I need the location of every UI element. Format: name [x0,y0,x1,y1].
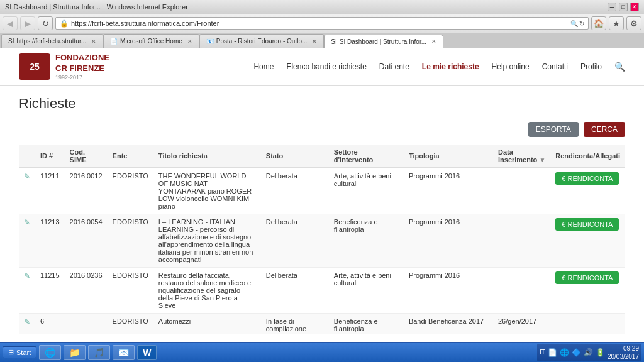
table-body: ✎112112016.0012EDORISTOTHE WONDERFUL WOR… [19,168,625,334]
logo-name: FONDAZIONE [55,53,109,63]
edit-icon[interactable]: ✎ [24,317,30,326]
edit-cell: ✎ [19,168,35,214]
rendiconta-cell: € RENDICONTA [550,214,625,267]
tab3-close[interactable]: ✕ [312,38,317,45]
title-bar-controls: ─ □ ✕ [608,3,639,11]
nav-home[interactable]: Home [253,62,274,71]
titolo-cell: Automezzi [153,313,261,334]
ente-cell: EDORISTO [108,168,153,214]
tab1-label: https://fcrfi-beta.struttur... [16,38,86,45]
cod-sime-cell: 2016.0236 [65,267,108,313]
tab-2[interactable]: 📄 Microsoft Office Home ✕ [103,34,199,48]
cod-sime-cell: 2016.0012 [65,168,108,214]
export-button[interactable]: ESPORTA [528,122,579,137]
refresh-button[interactable]: ↻ [38,16,53,30]
tab-3[interactable]: 📧 Posta - Ristori Edoardo - Outlo... ✕ [199,34,325,48]
tab1-favicon: SI [8,38,14,45]
tab2-favicon: 📄 [110,38,118,45]
col-stato: Stato [261,145,329,168]
titolo-cell: I – LEARNING - ITALIAN LEARNING - percor… [153,214,261,267]
table-header: ID # Cod.SIME Ente Titolo richiesta Stat… [19,145,625,168]
nav-help[interactable]: Help online [492,62,530,71]
titolo-cell: Restauro della facciata, restauro del sa… [153,267,261,313]
tab2-label: Microsoft Office Home [120,38,182,45]
data-inserimento-cell: 26/gen/2017 [493,313,550,334]
back-button[interactable]: ◀ [3,16,18,30]
settore-cell: Arte, attività e beni culturali [329,168,404,214]
data-inserimento-cell [493,214,550,267]
tools-button[interactable]: ⚙ [626,16,641,30]
nav-bandi[interactable]: Elenco bandi e richieste [286,62,366,71]
rendiconta-cell: € RENDICONTA [550,267,625,313]
edit-cell: ✎ [19,267,35,313]
site-header: 25 FONDAZIONE CR FIRENZE 1992-2017 Home … [0,48,644,86]
minimize-button[interactable]: ─ [608,3,616,11]
search-addr-icon[interactable]: 🔍 [570,20,578,27]
tipologia-cell: Programmi 2016 [404,267,493,313]
stato-cell: Deliberata [261,267,329,313]
ente-cell: EDORISTO [108,214,153,267]
nav-mie-richieste[interactable]: Le mie richieste [422,62,479,71]
cod-sime-cell: 2016.0054 [65,214,108,267]
browser-window: SI Dashboard | Struttura Infor... - Wind… [0,0,644,48]
ente-cell: EDORISTO [108,313,153,334]
page-main: Richieste ESPORTA CERCA ID # Cod.SIME En… [0,86,644,334]
rendiconta-button[interactable]: € RENDICONTA [555,272,619,284]
id-cell: 11211 [35,168,65,214]
tab-1[interactable]: SI https://fcrfi-beta.struttur... ✕ [1,34,103,48]
edit-icon[interactable]: ✎ [24,272,30,280]
search-button[interactable]: CERCA [584,122,625,137]
logo-badge: 25 [19,53,50,80]
table-row: ✎112112016.0012EDORISTOTHE WONDERFUL WOR… [19,168,625,214]
col-rendiconta: Rendiconta/Allegati [550,145,625,168]
col-id: ID # [35,145,65,168]
tab1-close[interactable]: ✕ [91,38,96,45]
action-bar: ESPORTA CERCA [19,122,625,137]
nav-profilo[interactable]: Profilo [580,62,602,71]
tipologia-cell: Programmi 2016 [404,214,493,267]
rendiconta-button[interactable]: € RENDICONTA [555,218,619,231]
edit-icon[interactable]: ✎ [24,218,30,227]
tipologia-cell: Bandi Beneficenza 2017 [404,313,493,334]
table-row: ✎112132016.0054EDORISTOI – LEARNING - IT… [19,214,625,267]
rendiconta-button[interactable]: € RENDICONTA [555,172,619,185]
close-button[interactable]: ✕ [630,3,639,11]
stato-cell: Deliberata [261,168,329,214]
stato-cell: Deliberata [261,214,329,267]
edit-cell: ✎ [19,214,35,267]
col-edit [19,145,35,168]
forward-button[interactable]: ▶ [20,16,35,30]
tab2-close[interactable]: ✕ [187,38,192,45]
logo-area: 25 FONDAZIONE CR FIRENZE 1992-2017 [19,53,109,80]
stato-cell: In fase di compilazione [261,313,329,334]
tab4-label: SI Dashboard | Struttura Infor... [340,38,426,45]
nav-dati-ente[interactable]: Dati ente [379,62,409,71]
nav-contatti[interactable]: Contatti [542,62,568,71]
address-text[interactable]: https://fcrfi-beta.strutturainformatica.… [71,19,568,27]
search-nav-icon[interactable]: 🔍 [614,62,625,72]
id-cell: 6 [35,313,65,334]
main-nav: Home Elenco bandi e richieste Dati ente … [253,62,625,72]
ente-cell: EDORISTO [108,267,153,313]
settore-cell: Beneficenza e filantropia [329,214,404,267]
titolo-cell: THE WONDERFUL WORLD OF MUSIC NAT YONTARA… [153,168,261,214]
favorites-button[interactable]: ★ [609,16,624,30]
settore-cell: Beneficenza e filantropia [329,313,404,334]
col-settore: Settored'intervento [329,145,404,168]
tabs-bar: SI https://fcrfi-beta.struttur... ✕ 📄 Mi… [0,33,644,48]
tab4-close[interactable]: ✕ [431,38,436,45]
data-table: ID # Cod.SIME Ente Titolo richiesta Stat… [19,145,625,334]
lock-icon: 🔒 [60,19,69,28]
home-button[interactable]: 🏠 [591,16,606,30]
rendiconta-cell: € RENDICONTA [550,168,625,214]
col-data: Datainserimento ▼ [493,145,550,168]
maximize-button[interactable]: □ [619,3,628,11]
title-bar: SI Dashboard | Struttura Infor... - Wind… [0,0,644,14]
page-content: 25 FONDAZIONE CR FIRENZE 1992-2017 Home … [0,48,644,334]
refresh-addr-icon[interactable]: ↻ [579,20,584,27]
page-title: Richieste [19,96,625,112]
edit-icon[interactable]: ✎ [24,172,30,181]
tab-4-active[interactable]: SI SI Dashboard | Struttura Infor... ✕ [324,35,443,48]
address-bar: 🔒 https://fcrfi-beta.strutturainformatic… [55,17,589,30]
tab3-favicon: 📧 [206,38,214,45]
